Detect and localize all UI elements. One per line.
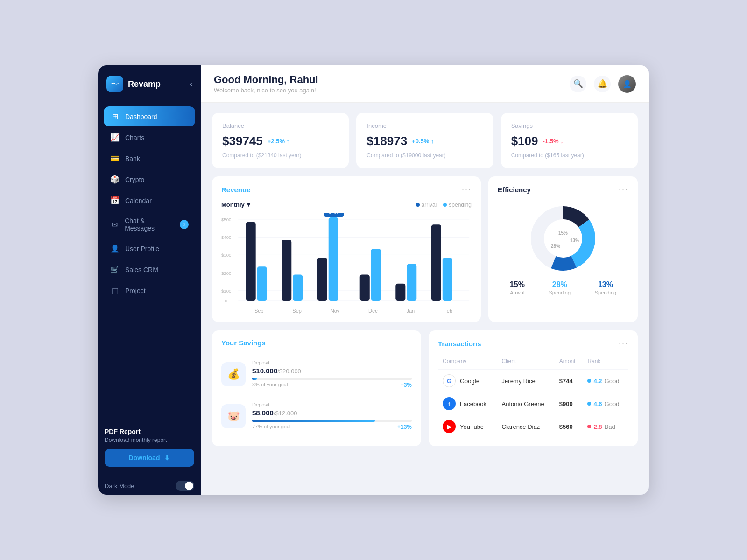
svg-text:13%: 13% <box>570 238 579 243</box>
table-row: ▶ YouTube Clarence Diaz $560 2.8 <box>438 415 628 438</box>
google-logo: G <box>443 374 456 387</box>
sidebar-collapse-icon[interactable]: ‹ <box>190 80 192 88</box>
savings-bar-wrap-1 <box>252 378 412 380</box>
transactions-more-btn[interactable]: ··· <box>619 339 628 349</box>
stat-card-savings: Savings $109 -1.5% ↓ Compared to ($165 l… <box>501 113 638 168</box>
efficiency-title: Efficiency <box>498 186 531 194</box>
col-company: Company <box>438 355 497 370</box>
content-area: Balance $39745 +2.5% ↑ Compared to ($213… <box>201 103 649 495</box>
search-icon[interactable]: 🔍 <box>570 76 586 92</box>
dark-mode-label: Dark Mode <box>105 483 134 490</box>
rank-google: 4.2 Good <box>583 370 628 392</box>
bar <box>395 284 405 301</box>
sidebar-bottom: PDF Report Download monthly report Downl… <box>98 420 201 474</box>
amount-facebook: $900 <box>555 392 583 415</box>
stat-value-balance: $39745 +2.5% ↑ <box>222 134 338 148</box>
donut-label-arrival: Arrival <box>510 290 525 295</box>
download-button[interactable]: Download ⬇ <box>105 449 194 467</box>
savings-icon-deposit1: 💰 <box>221 362 246 386</box>
lower-row: Your Savings 💰 Deposit $10.000/$20.000 3… <box>212 330 638 446</box>
rank-dot <box>587 425 591 428</box>
nav-label-project: Project <box>125 287 146 294</box>
donut-item-arrival: 15% Arrival <box>510 280 525 295</box>
savings-title: Your Savings <box>221 339 266 347</box>
stat-card-income: Income $18973 +0.5% ↑ Compared to ($1900… <box>356 113 493 168</box>
middle-row: Revenue ··· Monthly ▾ arrival spending <box>212 176 638 322</box>
savings-bar-wrap-2 <box>252 420 412 422</box>
toggle-knob <box>185 482 193 490</box>
bar <box>293 275 303 301</box>
nav-label-profile: User Profile <box>125 245 159 252</box>
nav-icon-charts: 📈 <box>110 133 120 142</box>
avatar[interactable]: 👤 <box>618 75 636 93</box>
table-row: f Facebook Antonio Greene $900 4.6 <box>438 392 628 415</box>
savings-bar-2 <box>252 420 375 422</box>
logo-icon: 〜 <box>106 76 123 92</box>
main-content: Good Morning, Rahul Welcome back, nice t… <box>201 65 649 495</box>
nav-icon-profile: 👤 <box>110 244 120 253</box>
monthly-selector[interactable]: Monthly ▾ <box>221 201 250 208</box>
donut-pct-spending2: 13% <box>595 280 617 289</box>
savings-type-1: Deposit <box>252 360 412 365</box>
svg-text:28%: 28% <box>551 244 560 249</box>
sidebar-item-sales[interactable]: 🛒 Sales CRM <box>104 259 195 280</box>
amount-youtube: $560 <box>555 415 583 438</box>
donut-item-spending1: 28% Spending <box>549 280 571 295</box>
rank-dot <box>587 402 591 406</box>
dark-mode-toggle[interactable] <box>176 481 194 491</box>
sidebar-item-chat[interactable]: ✉ Chat & Messages 3 <box>104 211 195 238</box>
donut-item-spending2: 13% Spending <box>595 280 617 295</box>
efficiency-panel: Efficiency ··· <box>488 176 638 322</box>
donut-container: 15% 13% 28% 15% Arrival 28% Spending <box>498 201 628 295</box>
stat-change-savings: -1.5% ↓ <box>543 138 564 145</box>
nav-icon-sales: 🛒 <box>110 265 120 274</box>
company-youtube: ▶ YouTube <box>438 415 497 438</box>
legend-arrival: arrival <box>416 202 437 208</box>
svg-text:$465: $465 <box>329 213 339 215</box>
nav-label-dashboard: Dashboard <box>125 113 157 120</box>
notification-icon[interactable]: 🔔 <box>594 76 611 92</box>
stat-label-savings: Savings <box>511 122 627 129</box>
rank-youtube: 2.8 Bad <box>583 415 628 438</box>
sidebar-item-charts[interactable]: 📈 Charts <box>104 127 195 147</box>
savings-amount-2: $8.000/$12.000 <box>252 409 412 417</box>
stat-cards: Balance $39745 +2.5% ↑ Compared to ($213… <box>212 113 638 168</box>
nav-icon-chat: ✉ <box>110 220 119 229</box>
client-jeremy: Jeremy Rice <box>497 370 555 392</box>
col-amount: Amont <box>555 355 583 370</box>
bar <box>317 258 327 301</box>
bar <box>257 266 267 301</box>
nav-icon-bank: 💳 <box>110 154 120 163</box>
savings-item-2: 🐷 Deposit $8.000/$12.000 77% of your goa… <box>221 395 412 437</box>
client-antonio: Antonio Greene <box>497 392 555 415</box>
youtube-logo: ▶ <box>443 420 456 433</box>
nav-label-chat: Chat & Messages <box>125 217 174 232</box>
bar <box>246 222 256 301</box>
nav-icon-calendar: 📅 <box>110 196 120 205</box>
col-client: Client <box>497 355 555 370</box>
efficiency-donut-svg: 15% 13% 28% <box>526 201 600 276</box>
revenue-more-btn[interactable]: ··· <box>462 185 472 195</box>
legend-spending: spending <box>443 202 472 208</box>
stat-compare-balance: Compared to ($21340 last year) <box>222 152 338 159</box>
sidebar-item-dashboard[interactable]: ⊞ Dashboard <box>104 106 195 126</box>
savings-amount-1: $10.000/$20.000 <box>252 367 412 375</box>
savings-item-1: 💰 Deposit $10.000/$20.000 3% of your goa… <box>221 353 412 395</box>
sidebar-item-project[interactable]: ◫ Project <box>104 280 195 301</box>
stat-change-income: +0.5% ↑ <box>412 138 434 145</box>
savings-icon-deposit2: 🐷 <box>221 404 246 428</box>
efficiency-more-btn[interactable]: ··· <box>619 185 628 195</box>
savings-bar-1 <box>252 378 257 380</box>
sidebar-item-bank[interactable]: 💳 Bank <box>104 148 195 168</box>
table-row: G Google Jeremy Rice $744 4.2 <box>438 370 628 392</box>
sidebar-item-profile[interactable]: 👤 User Profile <box>104 238 195 259</box>
facebook-logo: f <box>443 397 456 410</box>
svg-text:$300: $300 <box>221 252 231 258</box>
svg-text:15%: 15% <box>558 231 568 236</box>
revenue-panel: Revenue ··· Monthly ▾ arrival spending <box>212 176 481 322</box>
bar <box>443 258 452 301</box>
sidebar-item-crypto[interactable]: 🎲 Crypto <box>104 169 195 189</box>
chart-legend: arrival spending <box>416 202 472 208</box>
sidebar-item-calendar[interactable]: 📅 Calendar <box>104 190 195 210</box>
svg-text:$200: $200 <box>221 271 231 276</box>
